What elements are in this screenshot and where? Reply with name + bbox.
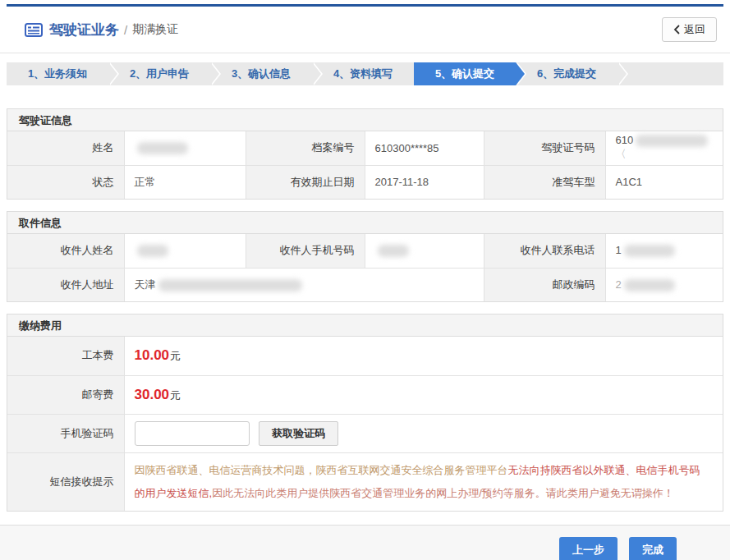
masked-value: [624, 279, 675, 291]
license-info-section: 驾驶证信息 姓名 档案编号 610300****85 驾驶证号码 610〈 状态…: [7, 108, 723, 200]
recipient-phone-value: 1: [605, 234, 723, 268]
zip-code-label: 邮政编码: [484, 268, 605, 301]
license-service-icon: [25, 23, 43, 37]
masked-value: [624, 245, 675, 257]
step-tab-5-confirm-submit[interactable]: 5、确认提交: [414, 62, 516, 85]
captcha-cell: 获取验证码: [124, 414, 723, 452]
recipient-name-label: 收件人姓名: [7, 234, 124, 268]
zip-code-value: 2: [605, 268, 723, 301]
recipient-address-prefix: 天津: [135, 278, 156, 291]
production-fee-amount: 10.00: [135, 347, 170, 363]
recipient-address-label: 收件人地址: [7, 268, 124, 301]
currency-unit: 元: [170, 389, 181, 402]
vehicle-class-value: A1C1: [605, 165, 723, 199]
file-number-value: 610300****85: [365, 131, 484, 165]
step-tab-1-business-notice[interactable]: 1、业务须知: [7, 62, 108, 85]
page-subtitle: 期满换证: [132, 22, 178, 37]
masked-value: [636, 135, 708, 147]
masked-value: [378, 245, 409, 257]
sms-notice-text: 因陕西省联通、电信运营商技术问题，陕西省互联网交通安全综合服务管理平台无法向持陕…: [124, 452, 723, 511]
currency-unit: 元: [170, 350, 181, 362]
expiry-date-value: 2017-11-18: [365, 165, 484, 199]
fees-table: 工本费 10.00元 邮寄费 30.00元 手机验证码 获取验证码 短信接收提示…: [7, 337, 723, 511]
masked-value: [158, 279, 302, 291]
pickup-info-section-title: 取件信息: [7, 212, 723, 234]
step-tab-3-confirm-info[interactable]: 3、确认信息: [210, 62, 312, 85]
title-separator: /: [124, 23, 127, 37]
masked-value: [137, 142, 188, 154]
license-info-table: 姓名 档案编号 610300****85 驾驶证号码 610〈 状态 正常 有效…: [7, 131, 723, 199]
fees-section-title: 缴纳费用: [7, 314, 723, 337]
vehicle-class-label: 准驾车型: [484, 165, 605, 199]
license-info-section-title: 驾驶证信息: [7, 109, 723, 131]
status-value: 正常: [124, 165, 246, 199]
recipient-phone-prefix: 1: [616, 244, 622, 256]
table-row: 邮寄费 30.00元: [7, 375, 723, 414]
name-value: [124, 131, 246, 165]
step-tab-2-user-declaration[interactable]: 2、用户申告: [108, 62, 210, 85]
file-number-label: 档案编号: [246, 131, 365, 165]
page-header: 驾驶证业务 / 期满换证 返回: [0, 7, 730, 53]
table-row: 工本费 10.00元: [7, 337, 723, 375]
previous-step-button[interactable]: 上一步: [559, 537, 618, 560]
pickup-info-section: 取件信息 收件人姓名 收件人手机号码 收件人联系电话 1 收件人地址 天津 邮政…: [7, 211, 723, 302]
table-row: 手机验证码 获取验证码: [7, 414, 723, 452]
captcha-label: 手机验证码: [7, 414, 124, 452]
masked-value: [137, 245, 168, 257]
table-row: 短信接收提示 因陕西省联通、电信运营商技术问题，陕西省互联网交通安全综合服务管理…: [7, 452, 723, 511]
license-number-suffix: 〈: [616, 148, 627, 160]
sms-notice-part1: 因陕西省联通、电信运营商技术问题，陕西省互联网交通安全综合服务管理平台: [135, 464, 508, 476]
recipient-mobile-label: 收件人手机号码: [246, 234, 365, 268]
license-number-label: 驾驶证号码: [484, 131, 605, 165]
step-tab-6-complete-submit[interactable]: 6、完成提交: [516, 62, 618, 85]
back-button[interactable]: 返回: [662, 17, 717, 42]
page-title: 驾驶证业务: [49, 21, 119, 39]
mail-fee-amount: 30.00: [135, 387, 170, 402]
mail-fee-value: 30.00元: [124, 375, 723, 414]
mail-fee-label: 邮寄费: [7, 375, 124, 414]
step-progress-bar: 1、业务须知 2、用户申告 3、确认信息 4、资料填写 5、确认提交 6、完成提…: [7, 62, 723, 85]
table-row: 状态 正常 有效期止日期 2017-11-18 准驾车型 A1C1: [7, 165, 723, 199]
chevron-left-icon: [673, 25, 680, 34]
footer-action-bar: 上一步 完成: [0, 525, 730, 560]
recipient-mobile-value: [365, 234, 484, 268]
production-fee-value: 10.00元: [124, 337, 723, 375]
finish-button[interactable]: 完成: [629, 537, 677, 560]
production-fee-label: 工本费: [7, 337, 124, 375]
step-tab-4-fill-materials[interactable]: 4、资料填写: [312, 62, 414, 85]
sms-notice-label: 短信接收提示: [7, 452, 124, 511]
table-row: 姓名 档案编号 610300****85 驾驶证号码 610〈: [7, 131, 723, 165]
expiry-date-label: 有效期止日期: [246, 165, 365, 199]
name-label: 姓名: [7, 131, 124, 165]
recipient-name-value: [124, 234, 246, 268]
back-button-label: 返回: [684, 22, 705, 37]
recipient-phone-label: 收件人联系电话: [484, 234, 605, 268]
license-number-prefix: 610: [616, 134, 634, 146]
pickup-info-table: 收件人姓名 收件人手机号码 收件人联系电话 1 收件人地址 天津 邮政编码 2: [7, 234, 723, 301]
fees-section: 缴纳费用 工本费 10.00元 邮寄费 30.00元 手机验证码 获取验证码 短…: [7, 314, 723, 512]
status-label: 状态: [7, 165, 124, 199]
table-row: 收件人姓名 收件人手机号码 收件人联系电话 1: [7, 234, 723, 268]
captcha-input[interactable]: [135, 421, 250, 446]
recipient-address-value: 天津: [124, 268, 484, 301]
table-row: 收件人地址 天津 邮政编码 2: [7, 268, 723, 301]
get-captcha-button[interactable]: 获取验证码: [259, 421, 338, 446]
license-number-value: 610〈: [605, 131, 723, 165]
sms-notice-part3: 因此无法向此类用户提供陕西省交通管理业务的网上办理/预约等服务。请此类用户避免无…: [212, 487, 674, 499]
zip-code-prefix: 2: [616, 278, 622, 291]
